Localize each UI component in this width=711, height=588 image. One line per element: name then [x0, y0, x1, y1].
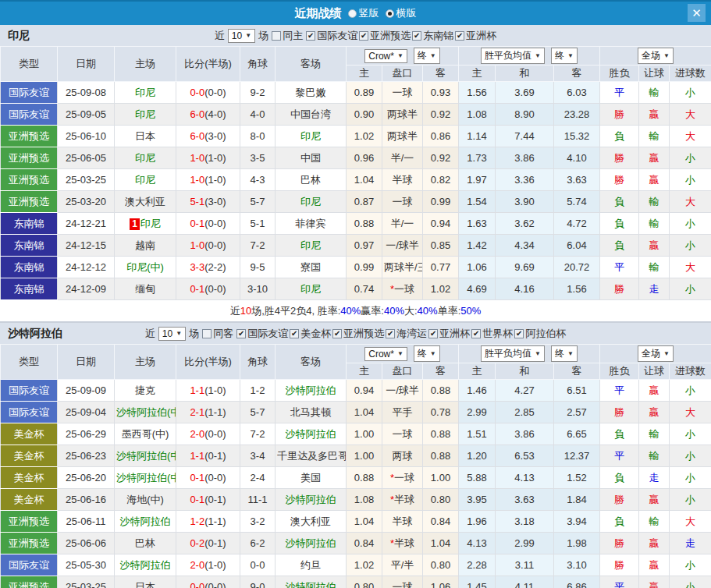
home-team: 捷克 [115, 380, 176, 402]
league-filter[interactable]: ✔阿拉伯杯 [514, 327, 566, 341]
league-filter[interactable]: ✔亚洲杯 [428, 327, 470, 341]
same-venue-filter[interactable]: 同主 [272, 29, 303, 43]
crow-select[interactable]: Crow*▼ [364, 49, 407, 63]
league-filter[interactable]: ✔世界杯 [471, 327, 513, 341]
col-header-score: 比分(半场) [176, 47, 240, 82]
final-select[interactable]: 终▼ [414, 48, 440, 64]
league-label[interactable]: 亚洲预选 [343, 327, 384, 341]
same-venue-filter[interactable]: 同客 [202, 327, 233, 341]
score-half: (0-0) [204, 472, 226, 484]
same-venue-checkbox[interactable] [272, 31, 281, 41]
handicap-odds-away: 0.78 [423, 402, 459, 423]
radio-icon[interactable] [386, 9, 394, 18]
same-venue-label[interactable]: 同主 [283, 29, 303, 43]
col-header-date: 日期 [58, 345, 115, 380]
away-team: 印尼 [276, 278, 347, 300]
final-select[interactable]: 终▼ [414, 345, 440, 362]
radio-icon[interactable] [348, 9, 357, 18]
titlebar: 近期战绩 竖版 横版 ✕ [0, 0, 711, 25]
league-checkbox[interactable]: ✔ [386, 329, 395, 338]
match-row: 亚洲预选25-03-25印尼1-0(1-0)4-3巴林1.04半球0.821.9… [1, 169, 711, 191]
league-filter[interactable]: ✔国际友谊 [306, 29, 357, 43]
handicap-odds-home: 1.00 [347, 445, 382, 467]
league-label[interactable]: 阿拉伯杯 [525, 327, 566, 341]
avg-lose-odds: 1.52 [554, 467, 600, 489]
team-name: 沙特阿拉伯 [286, 537, 336, 549]
final-select-2[interactable]: 终▼ [551, 48, 578, 64]
fullmatch-select[interactable]: 全场▼ [638, 48, 674, 64]
goals-result-badge: 大 [670, 191, 711, 213]
score-cell: 0-1(0-1) [176, 489, 240, 511]
avg-select[interactable]: 胜平负均值▼ [481, 48, 545, 64]
score-half: (1-0) [204, 152, 226, 164]
avg-draw-odds: 3.90 [496, 191, 554, 213]
fullmatch-select[interactable]: 全场▼ [638, 345, 674, 362]
result-badge: 平 [600, 380, 639, 402]
league-checkbox[interactable]: ✔ [332, 329, 342, 338]
close-button[interactable]: ✕ [688, 4, 706, 22]
home-team: 沙特阿拉伯(中) [115, 402, 176, 423]
corner-count: 9-5 [240, 257, 276, 278]
layout-radio-vertical[interactable]: 竖版 [348, 6, 379, 20]
col-header-corner: 角球 [240, 345, 276, 380]
league-label[interactable]: 东南锦 [423, 29, 453, 43]
handicap-odds-away: 1.02 [423, 278, 459, 300]
league-filter[interactable]: ✔亚洲预选 [359, 29, 411, 43]
league-label[interactable]: 亚洲杯 [439, 327, 470, 341]
crow-select-value: Crow* [368, 349, 394, 360]
same-venue-checkbox[interactable] [202, 329, 212, 338]
avg-win-odds: 1.54 [459, 191, 496, 213]
crow-select[interactable]: Crow*▼ [364, 347, 407, 361]
type-badge: 亚洲预选 [1, 126, 58, 147]
match-date: 25-06-11 [58, 511, 115, 533]
league-filter[interactable]: ✔亚洲预选 [332, 327, 384, 341]
league-checkbox[interactable]: ✔ [455, 31, 464, 41]
league-filter[interactable]: ✔美金杯 [290, 327, 331, 341]
league-checkbox[interactable]: ✔ [306, 31, 315, 41]
match-count-select[interactable]: 10▼ [228, 29, 255, 43]
league-checkbox[interactable]: ✔ [236, 329, 246, 338]
team-name: 美国 [300, 472, 321, 484]
handicap-result-badge: 贏 [639, 402, 670, 423]
league-filter[interactable]: ✔亚洲杯 [455, 29, 496, 43]
league-label[interactable]: 亚洲杯 [466, 29, 496, 43]
same-venue-label[interactable]: 同客 [213, 327, 233, 341]
league-label[interactable]: 海湾运 [396, 327, 427, 341]
league-label[interactable]: 亚洲预选 [370, 29, 411, 43]
avg-win-odds: 4.69 [459, 278, 496, 300]
league-filter[interactable]: ✔国际友谊 [236, 327, 288, 341]
league-filter[interactable]: ✔东南锦 [412, 29, 453, 43]
avg-win-odds: 1.96 [459, 511, 496, 533]
league-checkbox[interactable]: ✔ [428, 329, 438, 338]
radio-label[interactable]: 竖版 [359, 6, 379, 20]
avg-select[interactable]: 胜平负均值▼ [481, 345, 545, 362]
league-label[interactable]: 世界杯 [482, 327, 513, 341]
league-checkbox[interactable]: ✔ [412, 31, 421, 41]
handicap-odds-away: 1.04 [423, 533, 459, 554]
fullmatch-group-header: 全场▼ [600, 47, 711, 66]
layout-radio-horizontal[interactable]: 横版 [386, 6, 417, 20]
handicap-line: *半球 [382, 489, 423, 511]
league-checkbox[interactable]: ✔ [290, 329, 299, 338]
summary-part: 40% [340, 305, 361, 317]
league-label[interactable]: 美金杯 [300, 327, 331, 341]
final-select-2[interactable]: 终▼ [551, 345, 578, 362]
match-count-select[interactable]: 10▼ [158, 327, 186, 341]
games-label: 场 [189, 327, 199, 341]
avg-draw-odds: 3.86 [496, 147, 554, 169]
avg-draw-odds: 4.27 [496, 380, 554, 402]
league-label[interactable]: 国际友谊 [247, 327, 288, 341]
league-checkbox[interactable]: ✔ [514, 329, 524, 338]
league-checkbox[interactable]: ✔ [359, 31, 368, 41]
avg-lose-odds: 3.94 [554, 511, 600, 533]
league-checkbox[interactable]: ✔ [471, 329, 481, 338]
league-filter[interactable]: ✔海湾运 [386, 327, 427, 341]
avg-win-odds: 1.51 [459, 423, 496, 445]
summary-part: 40% [384, 305, 404, 317]
radio-label[interactable]: 横版 [396, 6, 417, 20]
handicap-result-badge: 贏 [639, 554, 670, 576]
team-name: 海地(中) [126, 494, 164, 505]
team-name: 巴林 [135, 537, 155, 549]
league-label[interactable]: 国际友谊 [317, 29, 357, 43]
away-team: 巴林 [276, 169, 347, 191]
